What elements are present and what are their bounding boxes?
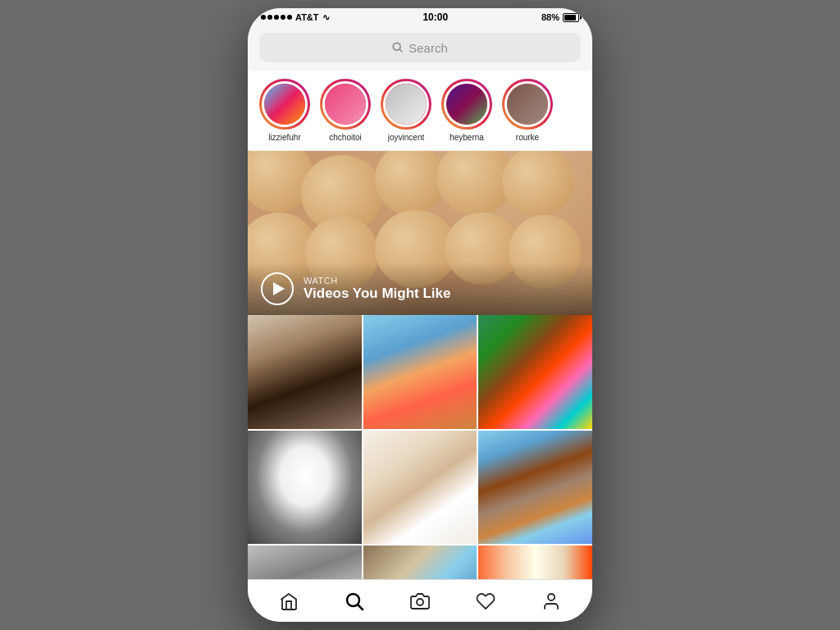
- signal-dots: [261, 15, 292, 20]
- story-avatar-rourke: [504, 81, 550, 127]
- grid-cell-bottom3[interactable]: [478, 546, 592, 579]
- camera-icon: [410, 591, 430, 611]
- grid-cell-tree[interactable]: [248, 315, 362, 429]
- play-triangle-icon: [273, 282, 285, 295]
- story-item-heyberna[interactable]: heyberna: [441, 79, 492, 142]
- battery-icon: [563, 13, 579, 22]
- featured-text-group: WATCH Videos You Might Like: [304, 276, 450, 302]
- nav-item-activity[interactable]: [453, 580, 518, 622]
- avatar-img-heyberna: [446, 84, 487, 125]
- story-item-lizziefuhr[interactable]: lizziefuhr: [259, 79, 310, 142]
- story-item-rourke[interactable]: rourke: [502, 79, 553, 142]
- grid-cell-bottom1[interactable]: [248, 546, 362, 579]
- svg-point-0: [394, 43, 401, 50]
- story-ring-lizziefuhr: [259, 79, 310, 130]
- svg-line-1: [399, 49, 402, 52]
- grid-cell-cityview[interactable]: [478, 431, 592, 545]
- battery-fill: [564, 15, 576, 21]
- signal-dot-5: [287, 15, 292, 20]
- grid-cell-hand[interactable]: [363, 431, 477, 545]
- search-bar[interactable]: Search: [259, 33, 581, 62]
- story-username-joyvincent: joyvincent: [388, 133, 424, 142]
- avatar-img-chchoitoi: [325, 84, 366, 125]
- heart-icon: [476, 591, 495, 611]
- story-avatar-chchoitoi: [322, 81, 368, 127]
- wifi-icon: ∿: [322, 12, 330, 23]
- grid-cell-dog[interactable]: [248, 431, 362, 545]
- play-button[interactable]: [261, 272, 294, 305]
- profile-icon: [541, 591, 561, 611]
- signal-dot-4: [281, 15, 285, 20]
- home-icon: [279, 591, 299, 611]
- photo-grid: [248, 315, 592, 579]
- grid-cell-woman[interactable]: [363, 315, 477, 429]
- story-item-joyvincent[interactable]: joyvincent: [381, 79, 431, 142]
- story-username-chchoitoi: chchoitoi: [329, 133, 361, 142]
- story-username-lizziefuhr: lizziefuhr: [268, 133, 300, 142]
- featured-banner[interactable]: WATCH Videos You Might Like: [248, 151, 592, 315]
- story-ring-heyberna: [441, 79, 492, 130]
- grid-cell-bottom2[interactable]: [363, 546, 477, 579]
- svg-point-4: [417, 599, 423, 605]
- signal-dot-1: [261, 15, 266, 20]
- svg-point-5: [548, 594, 555, 600]
- story-ring-rourke: [502, 79, 553, 130]
- bottom-nav: [248, 579, 592, 622]
- status-bar: AT&T ∿ 10:00 88%: [248, 8, 592, 26]
- avatar-img-joyvincent: [386, 84, 427, 125]
- featured-overlay: WATCH Videos You Might Like: [248, 262, 592, 315]
- search-nav-icon: [345, 591, 364, 611]
- avatar-img-rourke: [507, 84, 548, 125]
- cookie-5: [502, 151, 574, 217]
- story-ring-joyvincent: [381, 79, 431, 130]
- signal-dot-3: [274, 15, 279, 20]
- nav-item-search[interactable]: [322, 580, 387, 622]
- signal-dot-2: [267, 15, 272, 20]
- svg-line-3: [358, 605, 363, 609]
- carrier-label: AT&T: [295, 12, 319, 22]
- story-username-heyberna: heyberna: [450, 133, 484, 142]
- story-ring-chchoitoi: [320, 79, 371, 130]
- story-avatar-heyberna: [444, 81, 490, 127]
- nav-item-camera[interactable]: [387, 580, 453, 622]
- search-icon: [392, 42, 404, 53]
- search-placeholder: Search: [409, 41, 448, 55]
- story-item-chchoitoi[interactable]: chchoitoi: [320, 79, 371, 142]
- cookie-3: [375, 151, 445, 215]
- phone-frame: AT&T ∿ 10:00 88% Search: [248, 8, 592, 622]
- story-avatar-lizziefuhr: [262, 81, 308, 127]
- grid-cell-donut[interactable]: [478, 315, 592, 429]
- status-right: 88%: [541, 12, 579, 22]
- battery-percent: 88%: [541, 12, 559, 22]
- featured-watch-label: WATCH: [304, 276, 450, 285]
- nav-item-profile[interactable]: [518, 580, 584, 622]
- avatar-img-lizziefuhr: [264, 84, 305, 125]
- search-bar-container: Search: [248, 26, 592, 71]
- story-username-rourke: rourke: [516, 133, 539, 142]
- main-content[interactable]: Search lizziefuhr chchoitoi: [248, 26, 592, 579]
- status-time: 10:00: [422, 11, 448, 23]
- featured-title: Videos You Might Like: [304, 285, 450, 302]
- status-left: AT&T ∿: [261, 12, 330, 23]
- story-avatar-joyvincent: [383, 81, 429, 127]
- stories-row: lizziefuhr chchoitoi joyvincent: [248, 71, 592, 151]
- nav-item-home[interactable]: [256, 580, 322, 622]
